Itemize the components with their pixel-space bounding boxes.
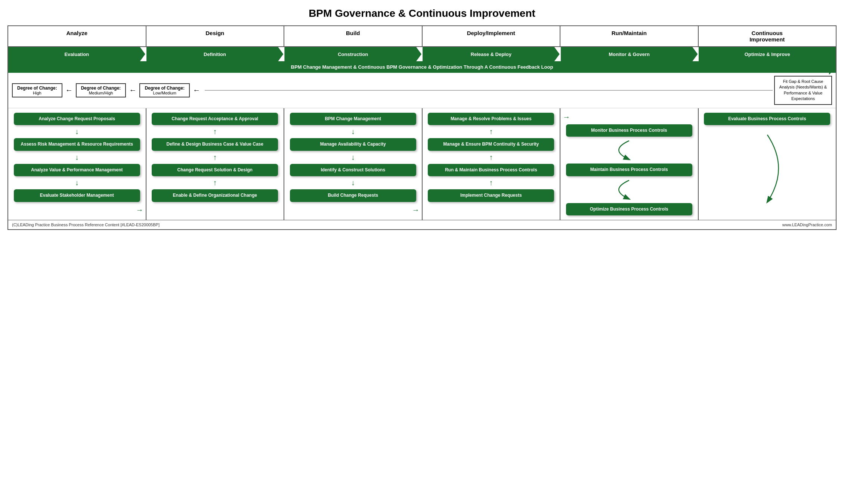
phase-label-row: Evaluation Definition Construction Relea… [8,47,836,61]
ci-arrows-svg [701,131,834,206]
phase-ci: ContinuousImprovement [699,26,836,46]
box-deploy-1: Manage & Resolve Problems & Issues [428,113,554,125]
box-deploy-4: Implement Change Requests [428,189,554,202]
col-design: Change Request Acceptance & Approval ↑ D… [146,108,285,220]
box-run-2: Maintain Business Process Controls [566,164,692,176]
full-bar: BPM Change Management & Continuous BPM G… [8,61,836,73]
label-monitor: Monitor & Govern [561,47,698,61]
col-ci: Evaluate Business Process Controls [699,108,836,220]
box-build-1: BPM Change Management [290,113,416,125]
footer-left: (C)LEADing Practice Business Process Ref… [12,223,160,227]
degree-arrow-2: ← [129,86,136,94]
run-arrows-area [563,139,696,161]
box-build-3: Identify & Construct Solutions [290,164,416,177]
box-run-1: Monitor Business Process Controls [566,124,692,137]
col-deploy: Manage & Resolve Problems & Issues ↑ Man… [423,108,561,220]
box-run-3: Optimize Business Process Controls [566,203,692,216]
phase-run: Run/Maintain [560,26,699,46]
arrow-build-3: ↓ [351,178,355,187]
box-analyze-3: Analyze Value & Performance Management [14,164,140,177]
label-evaluation: Evaluation [8,47,145,61]
label-optimize: Optimize & Improve [699,47,836,61]
main-diagram: Analyze Design Build Deploy/Implement Ru… [7,25,837,230]
arrow-design-3: ↑ [213,178,217,187]
box-design-3: Change Request Solution & Design [152,164,278,177]
col-run: → Monitor Business Process Controls [560,108,699,220]
arrow-analyze-1: ↓ [75,127,79,136]
ci-arrows-area [701,131,834,207]
degree-arrow-3: ← [193,86,200,94]
footer-right: www.LEADingPractice.com [782,223,832,227]
fit-gap-box: Fit Gap & Root Cause Analysis (Needs/Wan… [774,76,832,105]
phase-deploy: Deploy/Implement [423,26,561,46]
box-ci-1: Evaluate Business Process Controls [704,113,830,125]
arrow-deploy-3: ↑ [489,178,493,187]
arrow-analyze-to-design: → [10,206,143,214]
phase-name-row: Analyze Design Build Deploy/Implement Ru… [8,26,836,47]
phase-build: Build [284,26,423,46]
box-deploy-3: Run & Maintain Business Process Controls [428,164,554,177]
degree-high: Degree of Change: High [12,83,62,97]
label-construction: Construction [284,47,421,61]
arrow-analyze-2: ↓ [75,153,79,162]
arrow-deploy-2: ↑ [489,153,493,162]
footer: (C)LEADing Practice Business Process Ref… [8,220,836,229]
degree-arrow-1: ← [65,86,73,94]
box-design-1: Change Request Acceptance & Approval [152,113,278,125]
label-release: Release & Deploy [423,47,560,61]
col-build: BPM Change Management ↓ Manage Availabil… [284,108,423,220]
arrow-build-2: ↓ [351,153,355,162]
degree-lowmed: Degree of Change: Low/Medium [139,83,190,97]
arrow-build-1: ↓ [351,127,355,136]
phase-analyze: Analyze [8,26,146,46]
run-arrows-svg2 [563,178,696,201]
page-title: BPM Governance & Continuous Improvement [7,7,837,19]
box-design-2: Define & Design Business Case & Value Ca… [152,138,278,151]
run-arrows-svg [563,139,696,161]
arrow-deploy-to-run: → [563,113,696,121]
arrow-design-1: ↑ [213,127,217,136]
box-analyze-2: Assess Risk Management & Resource Requir… [14,138,140,151]
arrow-deploy-1: ↑ [489,127,493,136]
box-build-4: Build Change Requests [290,189,416,202]
page-wrapper: BPM Governance & Continuous Improvement … [7,7,837,230]
arrow-build-to-deploy: → [287,206,420,214]
box-deploy-2: Manage & Ensure BPM Continuity & Securit… [428,138,554,151]
phase-design: Design [146,26,285,46]
col-analyze: Analyze Change Request Proposals ↓ Asses… [8,108,146,220]
box-analyze-4: Evaluate Stakeholder Management [14,189,140,202]
arrow-design-2: ↑ [213,153,217,162]
arrow-analyze-3: ↓ [75,178,79,187]
degree-spacer [205,90,773,91]
box-build-2: Manage Availability & Capacity [290,138,416,151]
box-analyze-1: Analyze Change Request Proposals [14,113,140,125]
degree-row: Degree of Change: High ← Degree of Chang… [8,73,836,108]
box-design-4: Enable & Define Organizational Change [152,189,278,202]
content-area: Analyze Change Request Proposals ↓ Asses… [8,108,836,220]
label-definition: Definition [146,47,284,61]
degree-medhi: Degree of Change: Medium/High [76,83,126,97]
run-arrows-area2 [563,178,696,201]
